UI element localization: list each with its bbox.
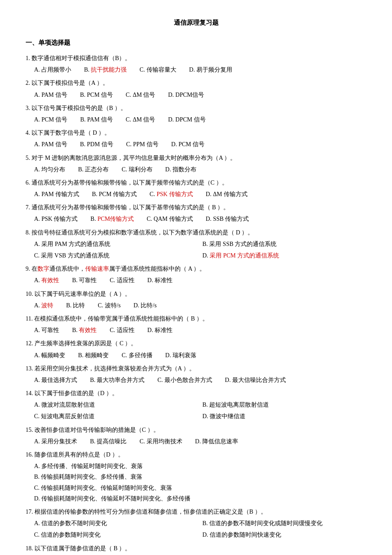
option: D. 最大信噪比合并方式 (225, 375, 286, 385)
option: B. 正态分布 (78, 164, 109, 175)
option: B. PAM 信号 (80, 114, 113, 125)
question-text: 17. 根据信道的传输参数的特性可分为恒参信道和随参信道，恒参信道的正确定义是（… (26, 506, 366, 517)
question: 10. 以下属于码元速率单位的是（ A ）。A. 波特B. 比特C. 波特/sD… (26, 289, 366, 311)
option: A. 均匀分布 (34, 164, 65, 175)
options-row: A. 占用频带小B. 抗干扰能力强C. 传输容量大D. 易于频分复用 (34, 64, 366, 75)
option: D. 易于频分复用 (189, 64, 232, 75)
question-text: 7. 通信系统可分为基带传输和频带传输，以下属于基带传输方式的是（ B ）。 (26, 202, 366, 213)
question: 2. 以下属于模拟信号是（A ）。A. PAM 信号B. PCM 信号C. ΔM… (26, 78, 366, 100)
question-text: 13. 若采用空间分集技术，抗选择性衰落较差合并方式为（A ）。 (26, 363, 366, 374)
option: D. 采用 PCM 方式的通信系统 (202, 250, 366, 261)
option: C. 瑞利分布 (121, 164, 152, 175)
option: C. ΔM 信号 (126, 90, 155, 100)
question-text: 14. 以下属于恒参信道的是（D ）。 (26, 388, 366, 399)
question-text: 16. 随参信道所具有的特点是（D ）。 (26, 449, 366, 460)
option: D. 降低信息速率 (195, 436, 238, 447)
question: 1. 数字通信相对于模拟通信信有（B）。A. 占用频带小B. 抗干扰能力强C. … (26, 53, 366, 75)
option: A. 波特 (34, 300, 53, 311)
question-text: 10. 以下属于码元速率单位的是（ A ）。 (26, 289, 366, 299)
option: D. 瑞利衰落 (165, 350, 196, 361)
question: 6. 通信系统可分为基带传输和频带传输，以下属于频带传输方式的是（C ）。A. … (26, 177, 366, 199)
question: 3. 以下信号属于模拟信号的是（B ）。A. PCM 信号B. PAM 信号C.… (26, 103, 366, 125)
options-row: A. 有效性B. 可靠性C. 适应性D. 标准性 (34, 275, 366, 286)
option: C. 最小色散合并方式 (157, 375, 212, 385)
option: A. 有效性 (34, 275, 59, 286)
option: B. 最大功率合并方式 (90, 375, 144, 385)
options-row: A. 最佳选择方式B. 最大功率合并方式C. 最小色散合并方式D. 最大信噪比合… (34, 375, 366, 385)
option: B. PCM传输方式 (90, 214, 134, 224)
options-two-col: A. 微波对流层散射信道B. 超短波电离层散射信道C. 短波电离层反射信道D. … (34, 399, 366, 422)
option: C. PSK 传输方式 (150, 189, 193, 199)
option: B. 可靠性 (72, 275, 97, 286)
question: 11. 在模拟通信系统中，传输带宽属于通信系统性能指标中的（ B ）。A. 可靠… (26, 313, 366, 335)
option: A. 最佳选择方式 (34, 375, 77, 385)
option: B. 传输损耗随时间变化、多经传播、衰落 (34, 471, 366, 482)
option: C. 波特/s (98, 300, 121, 311)
page-title: 通信原理复习题 (26, 17, 366, 29)
option: C. 采用 VSB 方式的通信系统 (34, 250, 198, 261)
option: D. 信道的参数随时间快速变化 (202, 529, 366, 540)
question: 8. 按信号特征通信系统可分为模拟和数字通信系统，以下为数字通信系统的是（ D … (26, 227, 366, 261)
option: D. 比特/s (133, 300, 156, 311)
options-list: A. 多经传播、传输延时随时间变化、衰落B. 传输损耗随时间变化、多经传播、衰落… (34, 461, 366, 504)
options-row: A. 均匀分布B. 正态分布C. 瑞利分布D. 指数分布 (34, 164, 366, 175)
option: B. 提高信噪比 (90, 436, 127, 447)
option: B. 相频畸变 (78, 350, 109, 361)
option: D. 标准性 (147, 275, 173, 286)
question: 7. 通信系统可分为基带传输和频带传输，以下属于基带传输方式的是（ B ）。A.… (26, 202, 366, 224)
question: 4. 以下属于数字信号是（ D ）。A. PAM 信号B. PDM 信号C. P… (26, 127, 366, 150)
option: C. ΔM 信号 (126, 114, 155, 125)
option: D. 指数分布 (165, 164, 196, 175)
option: A. PAM 信号 (34, 139, 67, 150)
question: 9. 在数字通信系统中，传输速率属于通信系统性能指标中的（ A ）。A. 有效性… (26, 263, 366, 286)
option: A. 幅频畸变 (34, 350, 65, 361)
option: A. 微波对流层散射信道 (34, 399, 198, 410)
option: A. 占用频带小 (34, 64, 71, 75)
question-text: 1. 数字通信相对于模拟通信信有（B）。 (26, 53, 366, 64)
question-text: 4. 以下属于数字信号是（ D ）。 (26, 127, 366, 138)
option: C. 传输损耗随时间变化、传输延时随时间变化、衰落 (34, 483, 366, 493)
question: 18. 以下信道属于随参信道的是（ B ）。A. 电缆信道B. 短波信道C. 光… (26, 543, 366, 555)
option: D. ΔM 传输方式 (206, 189, 248, 199)
option: B. 超短波电离层散射信道 (202, 399, 366, 410)
option: B. 有效性 (72, 325, 97, 335)
option: C. 短波电离层反射信道 (34, 411, 198, 422)
option: A. 多经传播、传输延时随时间变化、衰落 (34, 461, 366, 471)
option: C. 适应性 (110, 275, 134, 286)
option: D. PCM 信号 (171, 139, 205, 150)
option: C. 适应性 (110, 325, 134, 335)
options-row: A. 可靠性B. 有效性C. 适应性D. 标准性 (34, 325, 366, 335)
option: D. 微波中继信道 (202, 411, 366, 422)
question-text: 8. 按信号特征通信系统可分为模拟和数字通信系统，以下为数字通信系统的是（ D … (26, 227, 366, 238)
option: B. PCM 传输方式 (92, 189, 137, 199)
question-text: 5. 对于 M 进制的离散消息源消息源，其平均信息量最大时的概率分布为（A ）。 (26, 153, 366, 163)
option: B. PCM 信号 (80, 90, 113, 100)
question: 12. 产生频率选择性衰落的原因是（ C ）。A. 幅频畸变B. 相频畸变C. … (26, 338, 366, 360)
options-row: A. PSK 传输方式B. PCM传输方式C. QAM 传输方式D. SSB 传… (34, 214, 366, 224)
question: 15. 改善恒参信道对信号传输影响的措施是（C ）。A. 采用分集技术B. 提高… (26, 425, 366, 447)
option: D. 传输损耗随时间变化、传输延时不随时间变化、多经传播 (34, 493, 366, 504)
option: A. PAM 信号 (34, 90, 67, 100)
option: D. DPCM信号 (168, 90, 204, 100)
question-text: 6. 通信系统可分为基带传输和频带传输，以下属于频带传输方式的是（C ）。 (26, 177, 366, 188)
option: B. 抗干扰能力强 (84, 64, 127, 75)
option: C. 传输容量大 (139, 64, 176, 75)
option: C. 采用均衡技术 (139, 436, 182, 447)
option: B. 采用 SSB 方式的通信系统 (202, 239, 366, 249)
question: 13. 若采用空间分集技术，抗选择性衰落较差合并方式为（A ）。A. 最佳选择方… (26, 363, 366, 385)
option: D. 标准性 (147, 325, 173, 335)
option: C. 信道的参数随时间变化 (34, 529, 198, 540)
option: C. QAM 传输方式 (147, 214, 193, 224)
question-text: 3. 以下信号属于模拟信号的是（B ）。 (26, 103, 366, 113)
options-row: A. 波特B. 比特C. 波特/sD. 比特/s (34, 300, 366, 311)
question-text: 12. 产生频率选择性衰落的原因是（ C ）。 (26, 338, 366, 349)
options-row: A. PAM 信号B. PDM 信号C. PPM 信号D. PCM 信号 (34, 139, 366, 150)
options-two-col: A. 采用 PAM 方式的通信系统B. 采用 SSB 方式的通信系统C. 采用 … (34, 239, 366, 261)
question: 16. 随参信道所具有的特点是（D ）。A. 多经传播、传输延时随时间变化、衰落… (26, 449, 366, 504)
option: B. PDM 信号 (80, 139, 113, 150)
option: A. 可靠性 (34, 325, 59, 335)
option: C. PPM 信号 (126, 139, 159, 150)
question-text: 18. 以下信道属于随参信道的是（ B ）。 (26, 543, 366, 554)
question: 14. 以下属于恒参信道的是（D ）。A. 微波对流层散射信道B. 超短波电离层… (26, 388, 366, 422)
options-row: A. PAM 传输方式B. PCM 传输方式C. PSK 传输方式D. ΔM 传… (34, 189, 366, 199)
